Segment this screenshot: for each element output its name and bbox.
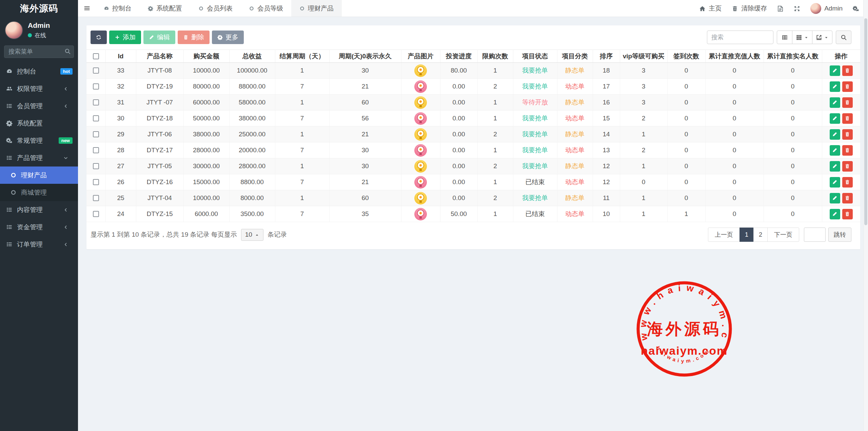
trash-icon (845, 195, 850, 201)
status-text: 我要抢单 (522, 194, 548, 201)
cell-settle-cycle: 1 (275, 95, 329, 111)
cell-name: JTYT-04 (136, 190, 183, 206)
row-edit-button[interactable] (830, 81, 840, 92)
refresh-button[interactable] (91, 31, 107, 44)
scrollbar-thumb[interactable] (864, 18, 867, 225)
sidebar-item-general[interactable]: 常规管理new (0, 132, 78, 149)
tab-licai[interactable]: 理财产品 (291, 0, 342, 17)
row-edit-button[interactable] (830, 209, 840, 219)
edit-button[interactable]: 编辑 (143, 31, 175, 44)
row-edit-button[interactable] (830, 113, 840, 124)
button-label: 编辑 (157, 33, 170, 42)
fullscreen-button[interactable] (794, 5, 800, 12)
page-1-button[interactable]: 1 (739, 228, 754, 242)
page-jump-input[interactable] (804, 228, 826, 242)
search-icon (841, 34, 847, 41)
cell-category: 动态单 (557, 79, 593, 95)
button-label: 删除 (191, 33, 204, 42)
row-edit-button[interactable] (830, 65, 840, 76)
add-button[interactable]: 添加 (109, 31, 141, 44)
row-checkbox[interactable] (93, 131, 99, 137)
tab-member-list[interactable]: 会员列表 (190, 0, 241, 17)
jump-button[interactable]: 跳转 (828, 228, 851, 242)
columns-button[interactable] (792, 31, 812, 44)
language-icon (777, 5, 784, 12)
expand-icon (794, 5, 800, 12)
prev-page-button[interactable]: 上一页 (708, 228, 740, 242)
clear-cache-link[interactable]: 清除缓存 (732, 4, 767, 13)
row-edit-button[interactable] (830, 193, 840, 203)
row-delete-button[interactable] (842, 97, 853, 108)
cell-progress: 0.00 (440, 111, 477, 126)
cell-ops (822, 79, 860, 95)
sidebar-item-content[interactable]: 内容管理 (0, 201, 78, 218)
row-delete-button[interactable] (842, 129, 853, 140)
sidebar-item-member[interactable]: 会员管理 (0, 97, 78, 115)
language-button[interactable] (777, 5, 784, 12)
page-2-button[interactable]: 2 (753, 228, 768, 242)
list-icon (6, 224, 13, 230)
circle-icon (10, 172, 17, 178)
home-link[interactable]: 主页 (699, 4, 722, 13)
cell-name: DTYZ-16 (136, 174, 183, 190)
cell-select (86, 126, 105, 142)
row-delete-button[interactable] (842, 209, 853, 219)
hamburger-icon[interactable] (78, 0, 96, 17)
circle-icon (198, 6, 204, 11)
row-checkbox[interactable] (93, 147, 99, 153)
scrollbar[interactable] (863, 0, 868, 431)
sidebar-item-dashboard[interactable]: 控制台hot (0, 63, 78, 80)
search-button[interactable] (836, 31, 851, 44)
delete-button[interactable]: 删除 (178, 31, 210, 44)
row-delete-button[interactable] (842, 81, 853, 92)
sidebar-item-mall[interactable]: 商城管理 (0, 184, 78, 201)
row-checkbox[interactable] (93, 211, 99, 217)
sidebar-item-product[interactable]: 产品管理 (0, 149, 78, 166)
row-checkbox[interactable] (93, 195, 99, 201)
sidebar-item-auth[interactable]: 权限管理 (0, 80, 78, 97)
row-delete-button[interactable] (842, 177, 853, 188)
next-page-button[interactable]: 下一页 (767, 228, 799, 242)
row-delete-button[interactable] (842, 145, 853, 156)
cell-buy-amount: 10000.00 (183, 63, 229, 79)
row-delete-button[interactable] (842, 113, 853, 124)
tab-label: 理财产品 (308, 4, 334, 13)
row-edit-button[interactable] (830, 97, 840, 108)
row-checkbox[interactable] (93, 99, 99, 105)
row-edit-button[interactable] (830, 177, 840, 188)
row-checkbox[interactable] (93, 163, 99, 169)
admin-menu[interactable]: Admin (810, 3, 843, 14)
select-all-checkbox[interactable] (93, 53, 99, 59)
row-delete-button[interactable] (842, 193, 853, 203)
table-search-input[interactable] (707, 31, 773, 44)
cell-settle-cycle: 7 (275, 142, 329, 158)
row-edit-button[interactable] (830, 129, 840, 140)
gears-icon (853, 5, 859, 12)
row-checkbox[interactable] (93, 115, 99, 121)
search-icon[interactable] (64, 48, 71, 55)
sidebar-item-order[interactable]: 订单管理 (0, 236, 78, 253)
page-size-select[interactable]: 10 (241, 229, 263, 241)
export-button[interactable] (812, 31, 832, 44)
sidebar-item-licai[interactable]: 理财产品 (0, 166, 78, 184)
row-delete-button[interactable] (842, 161, 853, 172)
row-checkbox[interactable] (93, 83, 99, 90)
tab-member-level[interactable]: 会员等级 (241, 0, 291, 17)
cell-status: 我要抢单 (513, 79, 557, 95)
row-edit-button[interactable] (830, 145, 840, 156)
tab-config[interactable]: 系统配置 (140, 0, 190, 17)
row-checkbox[interactable] (93, 67, 99, 74)
row-delete-button[interactable] (842, 65, 853, 76)
sidebar-search-input[interactable] (4, 45, 74, 58)
status-text: 我要抢单 (522, 115, 548, 122)
settings-button[interactable] (853, 5, 859, 12)
more-button[interactable]: 更多 (212, 31, 244, 44)
sidebar-item-config[interactable]: 系统配置 (0, 115, 78, 132)
row-edit-button[interactable] (830, 161, 840, 172)
tab-dashboard[interactable]: 控制台 (96, 0, 140, 17)
pencil-icon (832, 84, 837, 89)
sidebar-item-finance[interactable]: 资金管理 (0, 218, 78, 236)
row-checkbox[interactable] (93, 179, 99, 185)
detail-view-button[interactable] (777, 31, 792, 44)
sidebar: 海外源码 Admin 在线 控制台hot权限管理会员管理系统配置常规管理new产… (0, 0, 78, 431)
